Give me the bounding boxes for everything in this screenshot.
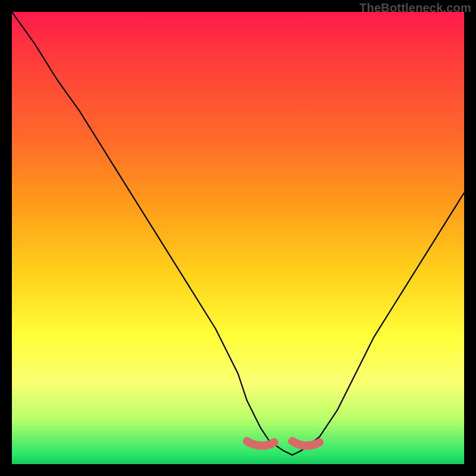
bottleneck-curve [12, 12, 464, 455]
curve-layer [12, 12, 464, 464]
chart-figure: TheBottleneck.com [0, 0, 476, 476]
curve-foot-left-marker [247, 441, 274, 446]
curve-foot-right-marker [292, 441, 320, 446]
gradient-plot-area [12, 12, 464, 464]
